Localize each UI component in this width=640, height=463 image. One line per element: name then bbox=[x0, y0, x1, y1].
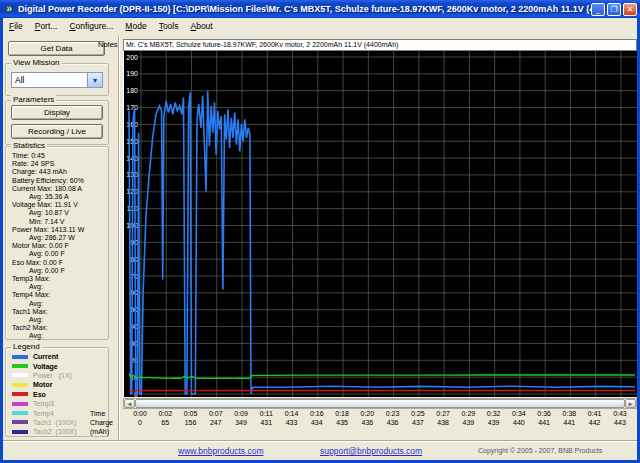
get-data-button[interactable]: Get Data bbox=[8, 41, 105, 56]
legend-item-voltage[interactable]: Voltage bbox=[8, 361, 106, 370]
y-axis-tick-label: 190 bbox=[126, 70, 138, 77]
charge-axis-label: 435 bbox=[336, 419, 348, 426]
legend-item-power[interactable]: Power (1X) bbox=[8, 371, 106, 380]
stat-line: Voltage Max: 11.91 V bbox=[12, 201, 106, 209]
time-axis-label: 0:41 bbox=[588, 410, 602, 417]
y-axis-tick-label: 70 bbox=[130, 273, 138, 280]
stat-line: Avg: bbox=[12, 300, 106, 308]
charge-axis-label: 436 bbox=[361, 419, 373, 426]
menu-item-tools[interactable]: Tools bbox=[154, 20, 184, 32]
stat-line: Time: 0:45 bbox=[12, 152, 106, 160]
time-axis-label: 0:23 bbox=[386, 410, 400, 417]
stat-line: Avg: bbox=[12, 332, 106, 340]
legend-item-eso[interactable]: Eso bbox=[8, 390, 106, 399]
support-email-link[interactable]: support@bnbproducts.com bbox=[320, 446, 422, 456]
stat-line: Tach1 Max: bbox=[12, 308, 106, 316]
stat-line: Power Max: 1413.11 W bbox=[12, 226, 106, 234]
time-axis-label: 0:16 bbox=[310, 410, 324, 417]
legend-label: Legend bbox=[11, 342, 42, 351]
legend-item-temp3[interactable]: Temp3 bbox=[8, 399, 106, 408]
title-bar[interactable]: » Digital Power Recorder (DPR-II-150) [C… bbox=[0, 0, 640, 18]
recording-live-button[interactable]: Recording / Live bbox=[11, 124, 103, 139]
stat-line: Tach2 Max: bbox=[12, 324, 106, 332]
stat-line: Avg: bbox=[12, 283, 106, 291]
legend-swatch-icon bbox=[12, 392, 28, 396]
stat-line: Motor Max: 0.00 F bbox=[12, 242, 106, 250]
menu-item-configure[interactable]: Configure... bbox=[64, 20, 118, 32]
time-axis-label: 0:27 bbox=[436, 410, 450, 417]
statistics-label: Statistics bbox=[11, 141, 47, 150]
view-mission-combobox[interactable]: All ▼ bbox=[11, 72, 103, 88]
charge-axis-label: 65 bbox=[161, 419, 169, 426]
charge-axis-label: 247 bbox=[210, 419, 222, 426]
time-axis-label: 0:34 bbox=[512, 410, 526, 417]
menu-item-mode[interactable]: Mode bbox=[120, 20, 151, 32]
scrollbar-thumb[interactable] bbox=[135, 399, 625, 408]
time-axis-label: 0:20 bbox=[361, 410, 375, 417]
legend-swatch-icon bbox=[12, 373, 28, 377]
time-axis-label: 0:00 bbox=[133, 410, 147, 417]
legend-item-motor[interactable]: Motor bbox=[8, 380, 106, 389]
charge-axis-label: 0 bbox=[138, 419, 142, 426]
y-axis-tick-label: 80 bbox=[130, 256, 138, 263]
legend-item-label: Temp4 bbox=[33, 410, 54, 417]
legend-item-label: Voltage bbox=[33, 363, 58, 370]
stat-line: Temp3 Max: bbox=[12, 275, 106, 283]
y-axis-tick-label: 170 bbox=[126, 104, 138, 111]
legend-swatch-icon bbox=[12, 355, 28, 359]
display-button[interactable]: Display bbox=[11, 105, 103, 120]
time-axis-label: 0:29 bbox=[462, 410, 476, 417]
stat-line: Battery Efficiency: 60% bbox=[12, 177, 106, 185]
view-mission-label: View Mission bbox=[11, 58, 62, 67]
charge-axis-label: 433 bbox=[286, 419, 298, 426]
menu-item-about[interactable]: About bbox=[185, 20, 217, 32]
chart-plot-area[interactable]: 0102030405060708090100110120130140150160… bbox=[123, 51, 637, 397]
time-axis-label: 0:05 bbox=[184, 410, 198, 417]
menu-bar: FilePort...Configure...ModeToolsAbout bbox=[0, 18, 640, 34]
stat-line: Avg: 286.27 W bbox=[12, 234, 106, 242]
time-axis-label: 0:02 bbox=[158, 410, 172, 417]
legend-item-current[interactable]: Current bbox=[8, 352, 106, 361]
legend-item-label: Eso bbox=[33, 391, 46, 398]
view-mission-selected: All bbox=[12, 75, 87, 85]
legend-swatch-icon bbox=[12, 383, 28, 387]
window-title: Digital Power Recorder (DPR-II-150) [C:\… bbox=[18, 4, 591, 14]
stat-line: Avg: 0.00 F bbox=[12, 250, 106, 258]
mah-row-header: (mAh) bbox=[90, 428, 109, 435]
chevron-down-icon[interactable]: ▼ bbox=[87, 73, 102, 87]
legend-swatch-icon bbox=[12, 402, 28, 406]
app-window: » Digital Power Recorder (DPR-II-150) [C… bbox=[0, 0, 640, 463]
stat-line: Min: 7.14 V bbox=[12, 218, 106, 226]
stat-line: Charge: 443 mAh bbox=[12, 168, 106, 176]
legend-item-label: Current bbox=[33, 353, 58, 360]
legend-item-label: Tach1 (100X) bbox=[33, 419, 77, 426]
maximize-button[interactable]: ❐ bbox=[607, 3, 621, 16]
chart-horizontal-scrollbar[interactable]: ◄ ► bbox=[123, 398, 637, 409]
stat-line: Current Max: 180.08 A bbox=[12, 185, 106, 193]
legend-swatch-icon bbox=[12, 420, 28, 424]
minimize-button[interactable]: _ bbox=[591, 3, 605, 16]
window-border bbox=[0, 18, 3, 463]
legend-item-label: Temp3 bbox=[33, 400, 54, 407]
chart-title-box[interactable]: Mr. C's MBX5T, Schulze future-18.97KWF, … bbox=[123, 39, 637, 51]
close-button[interactable]: ✕ bbox=[623, 3, 637, 16]
time-row-header: Time bbox=[90, 410, 105, 417]
menu-item-file[interactable]: File bbox=[4, 20, 28, 32]
parameters-label: Parameters bbox=[11, 95, 56, 104]
time-axis-label: 0:25 bbox=[411, 410, 425, 417]
charge-axis-label: 441 bbox=[564, 419, 576, 426]
stat-line: Avg: bbox=[12, 316, 106, 324]
y-axis-tick-label: 90 bbox=[130, 239, 138, 246]
stat-line: Avg: 35.36 A bbox=[12, 193, 106, 201]
time-axis-label: 0:18 bbox=[335, 410, 349, 417]
y-axis-tick-label: 60 bbox=[130, 289, 138, 296]
scroll-left-icon[interactable]: ◄ bbox=[124, 399, 135, 408]
scroll-right-icon[interactable]: ► bbox=[625, 399, 636, 408]
charge-row-header: Charge bbox=[90, 419, 113, 426]
stat-line: Avg: 10.87 V bbox=[12, 209, 106, 217]
legend-swatch-icon bbox=[12, 430, 28, 434]
menu-item-port[interactable]: Port... bbox=[30, 20, 63, 32]
panel-divider bbox=[118, 36, 120, 440]
time-axis-label: 0:11 bbox=[260, 410, 273, 417]
website-link[interactable]: www.bnbproducts.com bbox=[178, 446, 264, 456]
